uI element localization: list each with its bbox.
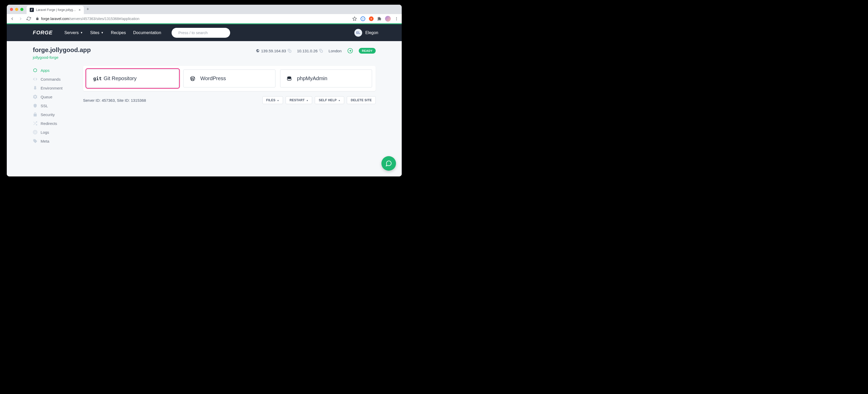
copy-ip-button[interactable]: [288, 49, 291, 53]
nav-recipes[interactable]: Recipes: [111, 30, 126, 35]
app-card-git[interactable]: git Git Repository: [87, 69, 179, 88]
page-header: forge.jollygood.app jollygood-forge 139.…: [33, 46, 376, 60]
shuffle-icon: [33, 121, 37, 126]
svg-rect-6: [289, 50, 291, 52]
svg-point-2: [396, 18, 397, 19]
app-content: FORGE Servers▼ Sites▼ Recipes Documentat…: [7, 24, 402, 176]
git-icon: git: [93, 76, 99, 81]
private-ip: 10.131.0.26: [297, 49, 323, 53]
svg-rect-7: [320, 50, 322, 52]
window-controls: [9, 8, 27, 14]
self-help-button[interactable]: SELF HELP▲: [315, 96, 344, 104]
sidebar-item-security[interactable]: Security: [33, 110, 76, 119]
target-icon: [33, 130, 37, 135]
files-button[interactable]: FILES▲: [262, 96, 283, 104]
user-avatar: EL: [354, 29, 362, 37]
url-field[interactable]: forge.laravel.com/servers/457363/sites/1…: [35, 17, 349, 21]
site-heading: forge.jollygood.app jollygood-forge: [33, 46, 91, 60]
extensions-menu-icon[interactable]: [377, 17, 381, 21]
forward-button[interactable]: [18, 17, 23, 21]
nav-sites[interactable]: Sites▼: [90, 30, 103, 35]
site-title: forge.jollygood.app: [33, 46, 91, 54]
top-nav: FORGE Servers▼ Sites▼ Recipes Documentat…: [7, 24, 402, 41]
ids-text: Server ID: 457363, Site ID: 1315368: [83, 98, 146, 102]
url-text: forge.laravel.com/servers/457363/sites/1…: [41, 17, 139, 21]
help-fab-button[interactable]: [381, 156, 396, 171]
extension-icons: i +: [352, 16, 399, 22]
extension-icon[interactable]: +: [369, 17, 374, 21]
app-card-phpmyadmin[interactable]: phpMyAdmin: [280, 69, 372, 88]
copy-ip-button[interactable]: [319, 49, 323, 53]
tab-bar: F Laravel Forge | forge.jollygood × +: [7, 5, 402, 14]
user-name: Elegon: [365, 30, 378, 35]
svg-point-3: [396, 20, 397, 20]
sidebar-item-ssl[interactable]: SSL: [33, 101, 76, 110]
svg-line-12: [34, 122, 35, 123]
globe-icon: [256, 49, 259, 53]
deploy-icon[interactable]: [347, 48, 353, 54]
status-badge: READY: [359, 48, 376, 54]
footer-row: Server ID: 457363, Site ID: 1315368 FILE…: [83, 96, 376, 104]
caret-up-icon: ▲: [277, 99, 279, 101]
star-icon[interactable]: [352, 17, 357, 21]
caret-down-icon: ▼: [101, 31, 104, 34]
tab-title: Laravel Forge | forge.jollygood: [36, 8, 76, 12]
gear-icon: [33, 95, 37, 99]
nav-servers[interactable]: Servers▼: [64, 30, 83, 35]
close-window-button[interactable]: [10, 8, 13, 11]
new-tab-button[interactable]: +: [84, 5, 92, 14]
reload-button[interactable]: [27, 17, 31, 21]
search-box[interactable]: [172, 28, 230, 38]
tree-icon: [33, 86, 37, 90]
browser-tab[interactable]: F Laravel Forge | forge.jollygood ×: [27, 6, 84, 14]
sidebar-item-logs[interactable]: Logs: [33, 128, 76, 137]
profile-avatar-icon[interactable]: [385, 16, 391, 22]
browser-window: F Laravel Forge | forge.jollygood × + fo…: [7, 5, 402, 176]
public-ip: 139.59.164.83: [256, 49, 291, 53]
tab-favicon-icon: F: [30, 8, 34, 12]
svg-point-14: [34, 131, 36, 133]
maximize-window-button[interactable]: [20, 8, 24, 11]
database-icon: [287, 76, 293, 81]
browser-menu-icon[interactable]: [395, 17, 399, 21]
location: London: [329, 49, 342, 53]
sidebar-item-apps[interactable]: Apps: [33, 66, 76, 75]
sidebar-item-redirects[interactable]: Redirects: [33, 119, 76, 128]
caret-down-icon: ▼: [80, 31, 83, 34]
main-content: git Git Repository WordPress phpMyAdmin: [83, 66, 376, 145]
svg-point-13: [33, 130, 37, 134]
tag-icon: [33, 139, 37, 143]
sidebar-item-environment[interactable]: Environment: [33, 84, 76, 92]
lock-icon: [33, 112, 37, 117]
minimize-window-button[interactable]: [15, 8, 18, 11]
code-icon: [33, 77, 37, 81]
sidebar-item-meta[interactable]: Meta: [33, 137, 76, 145]
nav-links: Servers▼ Sites▼ Recipes Documentation: [64, 30, 161, 35]
app-card-wordpress[interactable]: WordPress: [183, 69, 275, 88]
sidebar-item-commands[interactable]: Commands: [33, 75, 76, 84]
shield-icon: [33, 103, 37, 108]
delete-site-button[interactable]: DELETE SITE: [347, 96, 376, 104]
close-tab-icon[interactable]: ×: [79, 8, 81, 12]
wordpress-icon: [190, 76, 196, 81]
header-meta: 139.59.164.83 10.131.0.26 London READY: [256, 46, 376, 54]
nav-docs[interactable]: Documentation: [133, 30, 161, 35]
restart-button[interactable]: RESTART▲: [286, 96, 312, 104]
content-layout: Apps Commands Environment Queue SSL Secu…: [33, 66, 376, 145]
sidebar-item-queue[interactable]: Queue: [33, 92, 76, 101]
svg-point-1: [396, 17, 397, 18]
action-buttons: FILES▲ RESTART▲ SELF HELP▲ DELETE SITE: [262, 96, 376, 104]
caret-up-icon: ▲: [306, 99, 308, 101]
server-link[interactable]: jollygood-forge: [33, 55, 91, 60]
logo[interactable]: FORGE: [33, 30, 53, 36]
caret-up-icon: ▲: [338, 99, 340, 101]
page-body: forge.jollygood.app jollygood-forge 139.…: [7, 41, 402, 145]
app-cards-panel: git Git Repository WordPress phpMyAdmin: [83, 66, 376, 91]
padlock-icon: [36, 17, 39, 20]
search-input[interactable]: [178, 30, 228, 35]
user-menu[interactable]: EL Elegon: [354, 29, 378, 37]
extension-1password-icon[interactable]: i: [361, 17, 365, 21]
svg-marker-0: [353, 17, 357, 20]
back-button[interactable]: [10, 17, 14, 21]
sidebar: Apps Commands Environment Queue SSL Secu…: [33, 66, 76, 145]
